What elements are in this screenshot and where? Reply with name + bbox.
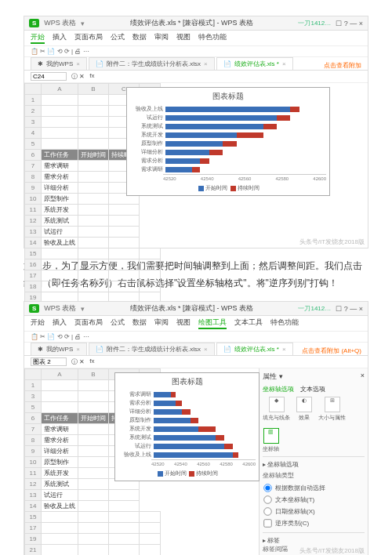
menu-layout[interactable]: 页面布局 — [74, 32, 103, 44]
panel-icon-fill[interactable]: ◆填充与线条 — [263, 397, 290, 422]
fx-label[interactable]: fx — [89, 72, 94, 81]
hdr-start: 开始时间 — [78, 150, 109, 161]
close-icon: × — [282, 60, 286, 67]
screenshot-1: S WPS 表格 ▾ 绩效评估表.xls * [兼容模式] - WPS 表格 一… — [24, 16, 368, 248]
menu-bar: 开始 插入 页面布局 公式 数据 审阅 视图 绘图工具 文本工具 特色功能 — [24, 316, 368, 332]
dropdown-icon[interactable]: ▾ — [81, 20, 85, 27]
panel-icon-axis[interactable]: ▥坐标轴 — [263, 428, 279, 453]
file-tab-wps[interactable]: ✱ 我的WPS × — [31, 57, 87, 70]
axis-options-header[interactable]: ▸ 坐标轴选项 — [263, 460, 365, 469]
hdr-task: 工作任务 — [42, 150, 78, 161]
embedded-chart[interactable]: 图表标题需求调研需求分析详细分析原型制作系统开发系统测试试运行验收及上线4252… — [114, 372, 260, 481]
extra-tab-link[interactable]: 点击查看附加 — [324, 61, 361, 70]
embedded-chart[interactable]: 图表标题验收及上线试运行系统测试系统开发原型制作详细分析需求分析需求调研4252… — [126, 87, 330, 196]
group-text[interactable]: 文本选项 — [300, 385, 325, 394]
menu-bar: 开始 插入 页面布局 公式 数据 审阅 视图 特色功能 — [24, 31, 368, 46]
menu-view[interactable]: 视图 — [176, 32, 191, 44]
file-tab-active[interactable]: 📄 绩效评估表.xls * × — [216, 57, 293, 70]
menu-review[interactable]: 审阅 — [154, 32, 169, 44]
name-box[interactable] — [31, 72, 67, 81]
group-axis[interactable]: 坐标轴选项 — [263, 385, 294, 394]
close-icon: × — [204, 60, 208, 67]
name-box-bar: ⓘ ✕ fx — [24, 71, 368, 83]
title-bar: S WPS 表格 ▾ 绩效评估表.xls * [兼容模式] - WPS 表格 一… — [24, 16, 368, 31]
opt-reverse[interactable]: 逆序类别(C) — [263, 517, 365, 529]
panel-close-icon[interactable]: × — [361, 372, 365, 382]
quick-toolbar: 📋 ✂ 📄 ⟲ ⟳ | 🖨 ⋯ — [24, 332, 368, 343]
wps-label: WPS 表格 — [44, 18, 76, 28]
screenshot-2: S WPS 表格 ▾ 绩效评估表.xls * [兼容模式] - WPS 表格 一… — [24, 301, 368, 555]
file-tabs: ✱ 我的WPS × 📄 附件二：学生成绩统计分析表.xlsx × 📄 绩效评估表… — [24, 57, 368, 71]
title-bar: S WPS 表格 ▾ 绩效评估表.xls * [兼容模式] - WPS 表格 一… — [24, 302, 368, 316]
opt-auto[interactable]: 根据数据自动选择 — [263, 482, 365, 494]
wps-logo: S — [29, 19, 39, 27]
user-name[interactable]: 一刀1412… — [298, 19, 331, 27]
panel-icon-size[interactable]: ⊞大小与属性 — [318, 397, 346, 422]
panel-icon-effect[interactable]: ◐效果 — [296, 397, 312, 422]
opt-text[interactable]: 文本坐标轴(T) — [263, 494, 365, 506]
menu-insert[interactable]: 插入 — [53, 32, 67, 44]
format-axis-panel: 属性 ▾× 坐标轴选项 文本选项 ◆填充与线条 ◐效果 ⊞大小与属性 ▥坐标轴 … — [259, 368, 368, 555]
menu-draw[interactable]: 绘图工具 — [198, 317, 227, 329]
file-tab-1[interactable]: 📄 附件二：学生成绩统计分析表.xlsx × — [89, 57, 215, 70]
wps-logo: S — [29, 304, 39, 313]
menu-start[interactable]: 开始 — [31, 32, 45, 44]
menu-formula[interactable]: 公式 — [111, 32, 125, 44]
win-btn[interactable]: ☐ ? — × — [336, 20, 363, 27]
watermark: 头条号/IT发烧友2018版 — [299, 238, 365, 246]
menu-data[interactable]: 数据 — [132, 32, 147, 44]
label-section-header[interactable]: ▸ 标签 — [263, 536, 365, 545]
quick-toolbar: 📋 ✂ 📄 ⟲ ⟳ | 🖨 ⋯ — [24, 46, 368, 57]
menu-extra[interactable]: 特色功能 — [198, 32, 227, 44]
doc-title: 绩效评估表.xls * [兼容模式] - WPS 表格 — [89, 18, 293, 28]
file-tabs: ✱ 我的WPS × 📄 附件二：学生成绩统计分析表.xlsx × 📄 绩效评估表… — [24, 343, 368, 356]
watermark: 头条号/IT发烧友2018版 — [299, 546, 365, 555]
opt-date[interactable]: 日期坐标轴(X) — [263, 506, 365, 517]
panel-title[interactable]: 属性 ▾ — [263, 372, 283, 382]
name-box[interactable] — [31, 357, 67, 366]
close-icon: × — [76, 60, 80, 67]
